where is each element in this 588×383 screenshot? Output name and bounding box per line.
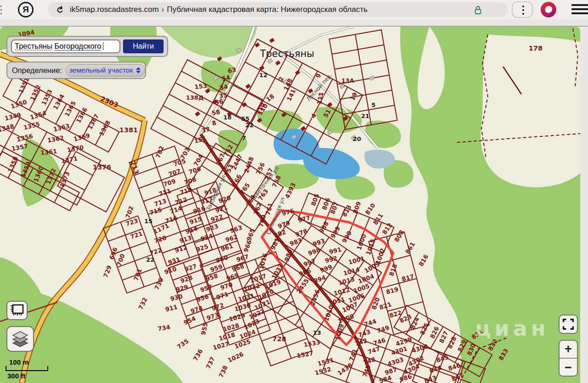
watermark: циан	[475, 316, 549, 341]
parcel-number-label: 13А	[341, 77, 354, 84]
definition-panel: Определение: земельный участок	[6, 62, 146, 79]
house-number-label: 13	[313, 329, 321, 336]
scale-indicator: 100 m 300 ft	[6, 358, 48, 380]
fullscreen-icon	[562, 318, 574, 330]
yandex-search-logo[interactable]: Я	[18, 2, 34, 17]
definition-value: земельный участок	[66, 66, 136, 74]
scrollbar[interactable]	[580, 27, 588, 383]
find-button[interactable]: Найти	[123, 39, 164, 53]
address-bar[interactable]: ↻ ik5map.roscadastres.com›Публичная када…	[48, 2, 508, 17]
parcel-number-label: 138Д	[186, 94, 204, 101]
scale-metric-label: 100 m	[9, 358, 48, 366]
browser-toolbar: Я ↻ ik5map.roscadastres.com›Публичная ка…	[0, 0, 588, 19]
house-number-label: 18	[223, 114, 232, 121]
search-panel: Трестьяны Богородского Найти	[6, 36, 168, 57]
hamburger-menu-icon[interactable]	[571, 4, 588, 17]
browser-menu-button[interactable]	[512, 1, 533, 18]
url-text: ik5map.roscadastres.com›Публичная кадаст…	[70, 5, 368, 14]
yandex-browser-logo[interactable]	[540, 1, 557, 18]
map-container: 10941786354343536153138Д5883715112214814…	[0, 27, 580, 383]
house-number-label: 20	[353, 135, 361, 142]
layers-button[interactable]	[6, 326, 34, 352]
house-number-label: 21	[361, 113, 369, 119]
text-caret	[103, 42, 104, 50]
house-number-label: 12	[259, 72, 267, 79]
reload-icon[interactable]: ↻	[53, 5, 66, 15]
house-number-label: 5	[371, 101, 375, 108]
zoom-out-button[interactable]: −	[560, 359, 577, 376]
house-number-label: 22	[146, 256, 154, 263]
url-domain: ik5map.roscadastres.com	[70, 5, 159, 14]
house-number-label: 15	[144, 218, 153, 225]
house-number-label: 55	[241, 115, 249, 122]
url-separator: ›	[162, 5, 164, 14]
search-word-2: Богородского	[54, 42, 101, 50]
search-input[interactable]: Трестьяны Богородского	[11, 39, 120, 53]
parcel-number-label: 1376	[93, 163, 111, 171]
parcel-number-label: 728	[272, 335, 286, 343]
town-name-label: Трестьяны	[260, 48, 314, 59]
fullscreen-button[interactable]	[559, 315, 578, 334]
ruler-icon	[9, 304, 25, 317]
scale-imperial-label: 300 ft	[7, 372, 48, 380]
scale-bar	[6, 366, 48, 371]
toolbar-divider	[0, 19, 588, 27]
select-arrows-icon	[136, 67, 141, 73]
parcel-number-label: 178	[529, 45, 543, 52]
definition-select[interactable]: земельный участок	[66, 64, 145, 77]
house-number-label: 7	[242, 135, 246, 141]
lock-icon[interactable]	[475, 6, 481, 17]
definition-label: Определение:	[12, 66, 62, 75]
parcel-number-label: 1381	[119, 126, 138, 134]
house-number-label: 22	[245, 122, 254, 129]
layers-icon	[10, 329, 30, 349]
search-word-1: Трестьяны	[15, 42, 52, 50]
browser-window: Я ↻ ik5map.roscadastres.com›Публичная ка…	[0, 0, 588, 383]
cadastral-map[interactable]: 10941786354343536153138Д5883715112214814…	[0, 27, 580, 383]
zoom-in-button[interactable]: +	[560, 341, 577, 359]
url-page-title: Публичная кадастровая карта: Нижегородск…	[167, 5, 368, 14]
zoom-control: + −	[559, 340, 578, 377]
measure-tool-button[interactable]	[6, 301, 28, 320]
